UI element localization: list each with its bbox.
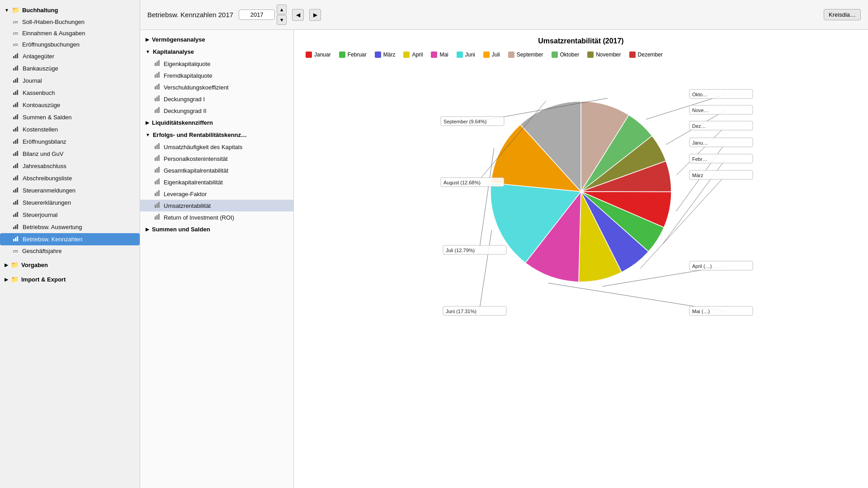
svg-rect-46 xyxy=(15,238,16,241)
sidebar-item-geschaeftsjahre[interactable]: ≔Geschäftsjahre xyxy=(0,245,140,257)
sidebar-item-steuerjournal[interactable]: Steuerjournal xyxy=(0,209,140,221)
sidebar: ▼ 📁 Buchhaltung ≔Soll-/Haben-Buchungen≔E… xyxy=(0,0,140,488)
sidebar-item-bilanz-guv[interactable]: Bilanz und GuV xyxy=(0,148,140,160)
svg-rect-56 xyxy=(158,84,160,89)
main-area: Betriebsw. Kennzahlen 2017 ▲ ▼ ◀ ▶ Kreis… xyxy=(140,0,868,488)
sidebar-item-journal[interactable]: Journal xyxy=(0,75,140,87)
svg-rect-27 xyxy=(13,166,14,168)
sidebar-item-label-einnahmen: Einnahmen & Ausgaben xyxy=(22,30,85,37)
sidebar-item-betriebsw-auswertung[interactable]: Betriebsw. Auswertung xyxy=(0,221,140,233)
svg-rect-69 xyxy=(155,169,156,173)
tree-section-liquiditaet[interactable]: ▶Liquiditätskennziffern xyxy=(140,117,293,129)
legend-label-mai: Mai xyxy=(439,52,448,58)
tree-section-kapital[interactable]: ▼Kapitalanalyse xyxy=(140,46,293,58)
tree-item-label-deckungsgrad-ii: Deckungsgrad II xyxy=(164,108,207,114)
sidebar-item-abschreibungsliste[interactable]: Abschreibungsliste xyxy=(0,172,140,184)
sidebar-item-summen-salden[interactable]: Summen & Salden xyxy=(0,111,140,123)
tree-item-eigenkapitalrentabilitaet[interactable]: Eigenkapitalrentabilität xyxy=(140,176,293,188)
svg-rect-45 xyxy=(13,239,14,241)
tree-item-deckungsgrad-i[interactable]: Deckungsgrad I xyxy=(140,93,293,105)
triangle-icon: ▶ xyxy=(146,120,149,125)
sidebar-item-soll-haben[interactable]: ≔Soll-/Haben-Buchungen xyxy=(0,16,140,28)
pie-label-text-februar: Febr… xyxy=(692,156,708,162)
svg-rect-39 xyxy=(13,215,14,217)
sidebar-item-kontoauszuege[interactable]: Kontoauszüge xyxy=(0,99,140,111)
bar-chart-icon xyxy=(155,95,160,103)
svg-rect-7 xyxy=(15,79,16,83)
tree-section-label-erfolgs: Erfolgs- und Rentabilitätskennz… xyxy=(153,131,247,138)
tree-item-gesamtkapitalrentabilitaet[interactable]: Gesamtkapitalrentabilität xyxy=(140,164,293,176)
tree-section-erfolgs[interactable]: ▼Erfolgs- und Rentabilitätskennz… xyxy=(140,129,293,141)
svg-rect-81 xyxy=(155,216,156,220)
tree-item-roi[interactable]: Return of Investment (ROI) xyxy=(140,211,293,223)
legend-item-dezember: Dezember xyxy=(629,52,663,58)
legend-color-maerz xyxy=(375,52,381,58)
sidebar-item-icon-eroeffnungsbilanz xyxy=(13,138,19,145)
tree-item-label-umsatzrentabilitaet: Umsatzrentabilität xyxy=(164,202,211,209)
tree-section-summen-salden[interactable]: ▶Summen und Salden xyxy=(140,223,293,235)
sidebar-item-steuererklaerungen[interactable]: Steuererklärungen xyxy=(0,197,140,209)
tree-item-leverage-faktor[interactable]: Leverage-Faktor xyxy=(140,188,293,200)
sidebar-group-vorgaben[interactable]: ▶ 📁 Vorgaben xyxy=(0,258,140,271)
sidebar-item-icon-betriebsw-auswertung xyxy=(13,223,19,231)
sidebar-item-bankauszuege[interactable]: Bankauszüge xyxy=(0,62,140,75)
bar-chart-icon xyxy=(155,84,160,91)
sidebar-group-buchhaltung[interactable]: ▼ 📁 Buchhaltung xyxy=(0,4,140,16)
year-down-button[interactable]: ▼ xyxy=(277,15,287,25)
sidebar-item-jahresabschluss[interactable]: Jahresabschluss xyxy=(0,160,140,172)
sidebar-item-steueranmeldungen[interactable]: Steueranmeldungen xyxy=(0,184,140,197)
tree-section-vermoegens[interactable]: ▶Vermögensanalyse xyxy=(140,33,293,46)
triangle-icon-import: ▶ xyxy=(5,277,8,282)
svg-rect-6 xyxy=(13,80,14,83)
svg-rect-20 xyxy=(17,127,18,131)
sidebar-item-betriebsw-kennzahlen[interactable]: Betriebsw. Kennzahlen xyxy=(0,233,140,245)
tree-item-eigenkapitalquote[interactable]: Eigenkapitalquote xyxy=(140,58,293,70)
legend-color-dezember xyxy=(629,52,636,58)
svg-rect-25 xyxy=(15,152,16,156)
sidebar-item-label-jahresabschluss: Jahresabschluss xyxy=(23,163,66,169)
svg-rect-57 xyxy=(155,98,156,101)
sidebar-group-import[interactable]: ▶ 📁 Import & Export xyxy=(0,273,140,286)
sidebar-item-anlagegueter[interactable]: Anlagegüter xyxy=(0,50,140,62)
legend-color-februar xyxy=(339,52,345,58)
year-input[interactable] xyxy=(239,9,275,20)
tree-item-verschuldungskoeffizient[interactable]: Verschuldungskoeffizient xyxy=(140,81,293,93)
legend-label-januar: Januar xyxy=(314,52,331,58)
svg-rect-65 xyxy=(158,143,160,149)
sidebar-item-kassenbuch[interactable]: Kassenbuch xyxy=(0,87,140,99)
pie-chart-container: September (9.64%)Okto…Nove…Dez…Janu…Febr… xyxy=(301,65,861,318)
tree-item-fremdkapitalquote[interactable]: Fremdkapitalquote xyxy=(140,70,293,81)
kreisdia-button[interactable]: Kreisdia… xyxy=(824,9,861,20)
sidebar-buchhaltung-items: ≔Soll-/Haben-Buchungen≔Einnahmen & Ausga… xyxy=(0,16,140,257)
svg-rect-50 xyxy=(158,60,160,66)
svg-rect-55 xyxy=(156,85,158,89)
sidebar-item-einnahmen[interactable]: ≔Einnahmen & Ausgaben xyxy=(0,28,140,39)
legend-item-maerz: März xyxy=(375,52,396,58)
legend-color-november xyxy=(587,52,594,58)
svg-rect-35 xyxy=(17,188,18,192)
legend-label-oktober: Oktober xyxy=(560,52,580,58)
tree-item-personalkostenintensitaet[interactable]: Personalkostenintensität xyxy=(140,153,293,164)
tree-item-umsatzhaeufigkeit[interactable]: Umsatzhäufigkeit des Kapitals xyxy=(140,141,293,153)
sidebar-item-kostenstellen[interactable]: Kostenstellen xyxy=(0,123,140,136)
svg-rect-53 xyxy=(158,72,160,78)
next-button[interactable]: ▶ xyxy=(309,9,321,21)
sidebar-item-eroeffnungsbilanz[interactable]: Eröffnungsbilanz xyxy=(0,136,140,148)
legend-label-september: September xyxy=(517,52,543,58)
tree-item-label-eigenkapitalquote: Eigenkapitalquote xyxy=(164,61,210,67)
bar-chart-icon xyxy=(155,143,160,150)
tree-item-label-roi: Return of Investment (ROI) xyxy=(164,214,234,221)
bar-chart-icon xyxy=(155,167,160,174)
tree-item-deckungsgrad-ii[interactable]: Deckungsgrad II xyxy=(140,105,293,117)
legend-item-februar: Februar xyxy=(339,52,367,58)
year-up-button[interactable]: ▲ xyxy=(277,5,287,14)
svg-rect-33 xyxy=(13,190,14,192)
legend-label-maerz: März xyxy=(383,52,396,58)
prev-button[interactable]: ◀ xyxy=(292,9,304,21)
svg-rect-29 xyxy=(17,163,18,168)
pie-connector-dezember xyxy=(677,126,726,175)
tree-item-umsatzrentabilitaet[interactable]: Umsatzrentabilität xyxy=(140,200,293,211)
sidebar-item-icon-betriebsw-kennzahlen xyxy=(13,235,19,243)
sidebar-item-eroeffnung[interactable]: ≔Eröffnungsbuchungen xyxy=(0,39,140,50)
svg-rect-30 xyxy=(13,178,14,180)
